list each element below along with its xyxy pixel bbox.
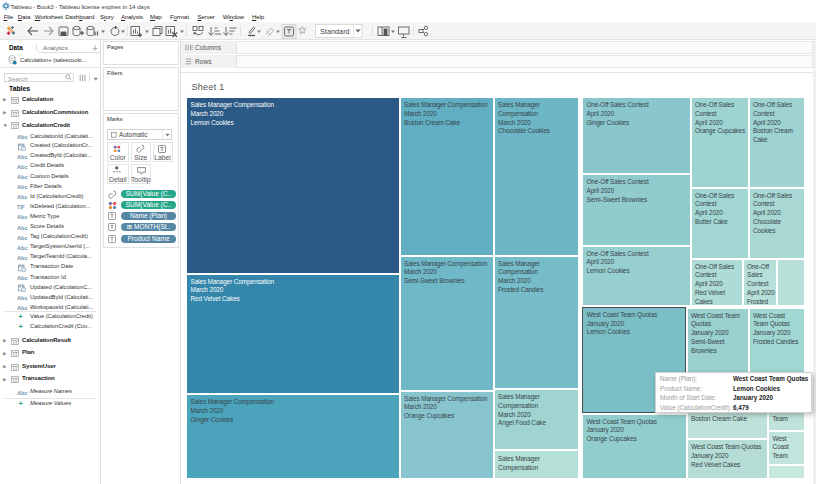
svg-text:Standard: Standard (320, 27, 350, 36)
